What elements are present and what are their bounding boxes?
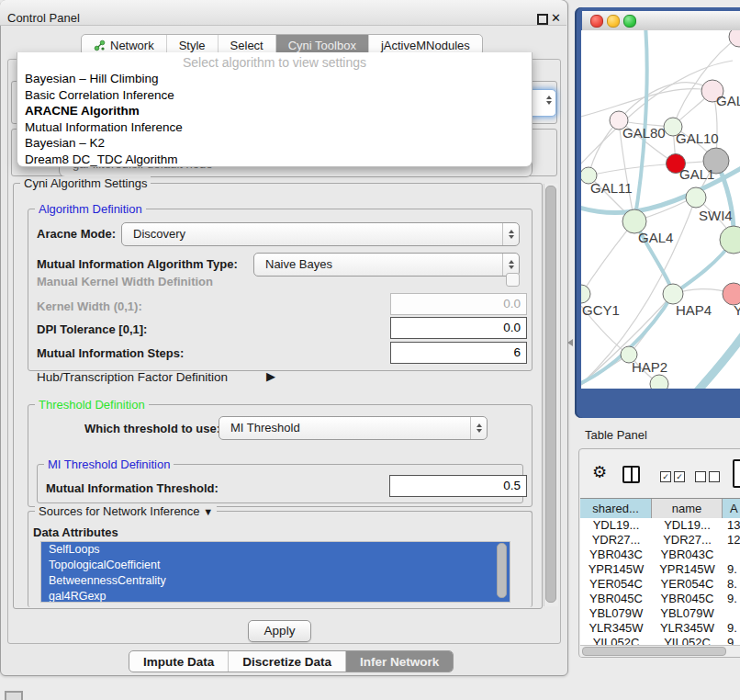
table-panel-title: Table Panel (585, 428, 647, 442)
apply-button[interactable]: Apply (248, 620, 311, 642)
kernel-width-field[interactable]: 0.0 (390, 293, 527, 315)
dropdown-item[interactable]: Mutual Information Inference (25, 119, 532, 136)
network-window-titlebar[interactable] (582, 11, 740, 31)
cell: 9. (723, 562, 740, 577)
dropdown-item[interactable]: Basic Correlation Inference (25, 87, 532, 104)
table-row[interactable]: YBR045C YBR045C 9. (580, 592, 740, 606)
tab-network-label: Network (110, 39, 154, 52)
sources-title: Sources for Network Inference (39, 504, 200, 518)
dropdown-item-selected[interactable]: ARACNE Algorithm (25, 103, 532, 119)
mi-algorithm-type-value: Naive Bayes (265, 254, 332, 276)
mi-steps-field[interactable]: 6 (390, 342, 527, 364)
attribute-item[interactable]: BetweennessCentrality (41, 573, 510, 589)
column-header-name[interactable]: name (652, 499, 723, 518)
network-icon (94, 40, 106, 51)
cell: 13 (723, 518, 740, 533)
cell: YBR043C (580, 548, 652, 562)
collapsed-window-icon[interactable] (5, 691, 23, 700)
dpi-tolerance-field[interactable]: 0.0 (390, 317, 527, 339)
tab-impute-data-label: Impute Data (143, 655, 214, 669)
table-row[interactable]: YBR043C YBR043C (580, 548, 740, 562)
table-row[interactable]: YPR145W YPR145W 9. (580, 562, 740, 577)
attribute-item[interactable]: TopologicalCoefficient (41, 558, 510, 573)
unchecked-checkbox-icon[interactable] (695, 471, 706, 482)
node-bottom-partial[interactable] (650, 375, 668, 389)
cell: YER054C (652, 577, 723, 592)
which-threshold-combo[interactable]: MI Threshold (219, 416, 488, 440)
node-label: GCY1 (582, 302, 620, 318)
aracne-mode-combo[interactable]: Discovery (121, 222, 520, 246)
table-body[interactable]: YDL19... YDL19... 13 YDR27... YDR27... 1… (580, 518, 740, 645)
checked-checkbox-icon[interactable]: ✓ (674, 471, 685, 482)
data-attributes-list[interactable]: SelfLoops TopologicalCoefficient Between… (40, 541, 510, 603)
mi-algorithm-type-combo[interactable]: Naive Bayes (253, 253, 520, 277)
control-panel-title: Control Panel (7, 11, 80, 25)
table-header-row: shared... name A (580, 498, 740, 519)
cell: 12 (723, 533, 740, 548)
settings-scrollbar-thumb[interactable] (545, 186, 556, 603)
column-header-partial[interactable]: A (723, 499, 740, 518)
unchecked-checkbox-icon[interactable] (709, 471, 720, 482)
table-row[interactable]: YDL19... YDL19... 13 (580, 518, 740, 533)
node-label: GAL11 (590, 180, 633, 196)
aracne-mode-label: Aracne Mode: (37, 227, 116, 241)
mi-threshold-field[interactable]: 0.5 (389, 475, 527, 497)
gear-icon[interactable]: ⚙ (592, 462, 607, 482)
cell: 8. (723, 577, 740, 592)
manual-kernel-width-checkbox[interactable] (506, 273, 520, 287)
close-icon[interactable]: ✕ (551, 11, 561, 25)
dropdown-item[interactable]: Bayesian – K2 (25, 135, 532, 152)
table-row[interactable]: YER054C YER054C 8. (580, 577, 740, 592)
dropdown-item[interactable]: Bayesian – Hill Climbing (25, 71, 532, 87)
tab-impute-data[interactable]: Impute Data (129, 651, 228, 672)
table-row[interactable]: YLR345W YLR345W 9. (580, 621, 740, 636)
node-label: GAL80 (622, 125, 666, 141)
minimize-traffic-light[interactable] (607, 15, 620, 28)
cell (723, 548, 740, 562)
tab-infer-network-label: Infer Network (360, 655, 439, 669)
data-attributes-label: Data Attributes (33, 525, 118, 539)
node-hap4[interactable] (663, 284, 683, 304)
sources-title-wrap: Sources for Network Inference ▼ (35, 504, 217, 518)
tab-cyni-toolbox-label: Cyni Toolbox (288, 39, 356, 52)
dropdown-items: Bayesian – Hill Climbing Basic Correlati… (25, 71, 532, 167)
algorithm-definition-title: Algorithm Definition (35, 202, 146, 216)
node-label: GAL (716, 93, 740, 108)
sources-collapse-icon[interactable]: ▼ (203, 506, 213, 517)
attribute-item[interactable]: SelfLoops (41, 542, 510, 558)
attribute-item[interactable]: gal4RGexp (41, 589, 510, 603)
node-partial-top[interactable] (729, 30, 740, 47)
tab-select-label: Select (230, 39, 263, 52)
node-swi4[interactable] (686, 187, 706, 208)
split-divider-arrow[interactable] (567, 339, 573, 346)
node-right-partial[interactable] (720, 226, 740, 254)
table-row[interactable]: YDR27... YDR27... 12 (580, 533, 740, 548)
table-row[interactable]: YIL052C YIL052C 9 (580, 636, 740, 645)
columns-icon[interactable] (622, 466, 640, 483)
tab-discretize-data[interactable]: Discretize Data (228, 651, 345, 672)
dropdown-item[interactable]: Dream8 DC_TDC Algorithm (25, 152, 532, 168)
checked-checkbox-icon[interactable]: ✓ (660, 471, 671, 482)
tab-infer-network[interactable]: Infer Network (345, 651, 453, 672)
table-hscrollbar-thumb[interactable] (582, 647, 726, 656)
float-window-icon[interactable] (537, 14, 548, 25)
cell: YBR045C (580, 592, 652, 606)
network-canvas[interactable]: GAL GAL80 GAL10 GAL1 GAL11 GAL4 SWI4 GCY… (581, 30, 740, 389)
hub-expand-icon[interactable]: ▶ (266, 369, 275, 383)
tab-style-label: Style (179, 39, 206, 52)
cell: YPR145W (580, 562, 652, 577)
table-row[interactable]: YBL079W YBL079W (580, 606, 740, 621)
attributes-scrollbar-thumb[interactable] (497, 543, 507, 598)
tab-jactivemnodules-label: jActiveMNodules (381, 39, 470, 52)
zoom-traffic-light[interactable] (623, 15, 636, 28)
sheet-icon-partial[interactable] (733, 459, 740, 488)
cell: YDR27... (652, 533, 723, 548)
control-panel-titlebar[interactable] (0, 0, 566, 26)
node-label: GAL4 (638, 230, 673, 245)
column-header-shared-name[interactable]: shared... (580, 499, 652, 518)
cell: YIL052C (580, 636, 652, 645)
kernel-width-label: Kernel Width (0,1): (37, 299, 142, 313)
cell: YLR345W (652, 621, 723, 636)
node-gcy1[interactable] (581, 285, 590, 303)
close-traffic-light[interactable] (590, 15, 603, 28)
